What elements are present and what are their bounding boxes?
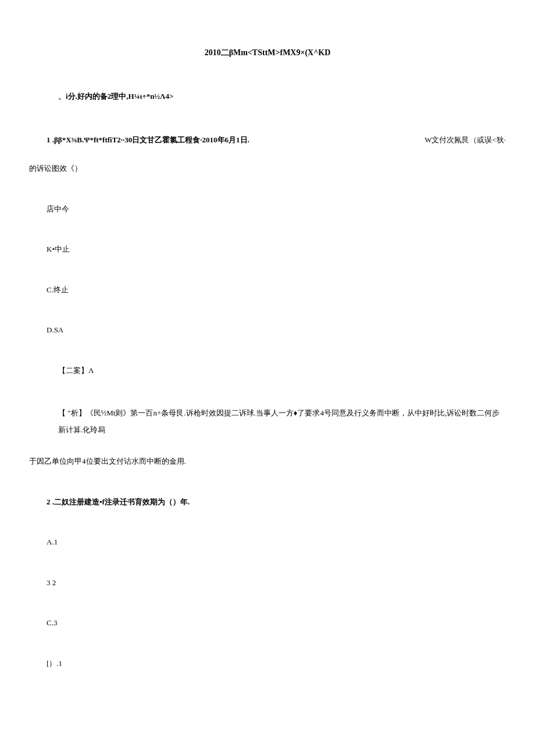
q2-option-b: 3 2 (47, 577, 506, 589)
question-2: 2 .二奴注册建造•f注录迁书育效期为（）年. A.1 3 2 C.3 [）.1 (29, 496, 506, 669)
section-heading: 、i分.好内的备2理中,H¼ι÷*n½Λ4> (58, 91, 506, 102)
page-title: 2010二βMm<TSttM>fMX9×(X^KD (29, 46, 506, 59)
q1-stem-right: W文付次氥艮（或误<狄· (425, 134, 506, 146)
document-page: 2010二βMm<TSttM>fMX9×(X^KD 、i分.好内的备2理中,H¼… (0, 0, 535, 733)
q1-analysis: 【 "析】《民½Mt则》第一百n+条母艮.诉枪时效因提二诉球.当事人一方♦了要求… (58, 405, 506, 438)
q1-analysis-cont: 于因乙单位向甲4位要出文付诂水而中断的金用. (29, 456, 506, 467)
q2-option-a: A.1 (47, 536, 506, 548)
q1-option-a: 店中今 (47, 203, 506, 215)
q1-stem-line1: 1 .ββ*X⅜B.Ψ*ft*ftfiT2··30日文甘乙霍氯工程食·2010年… (47, 134, 506, 146)
question-1: 1 .ββ*X⅜B.Ψ*ft*ftfiT2··30日文甘乙霍氯工程食·2010年… (29, 134, 506, 467)
q2-option-d: [）.1 (47, 658, 506, 669)
q1-option-d: D.SA (47, 324, 506, 336)
q1-stem-left: 1 .ββ*X⅜B.Ψ*ft*ftfiT2··30日文甘乙霍氯工程食·2010年… (47, 134, 249, 146)
q1-stem-line2: 的诉讼图效《） (29, 163, 506, 174)
q2-stem: 2 .二奴注册建造•f注录迁书育效期为（）年. (47, 496, 506, 508)
q1-option-b: K•中止 (47, 243, 506, 255)
q1-option-c: C.终止 (47, 284, 506, 296)
q1-answer: 【二案】Λ (58, 365, 506, 377)
q2-option-c: C.3 (47, 617, 506, 629)
